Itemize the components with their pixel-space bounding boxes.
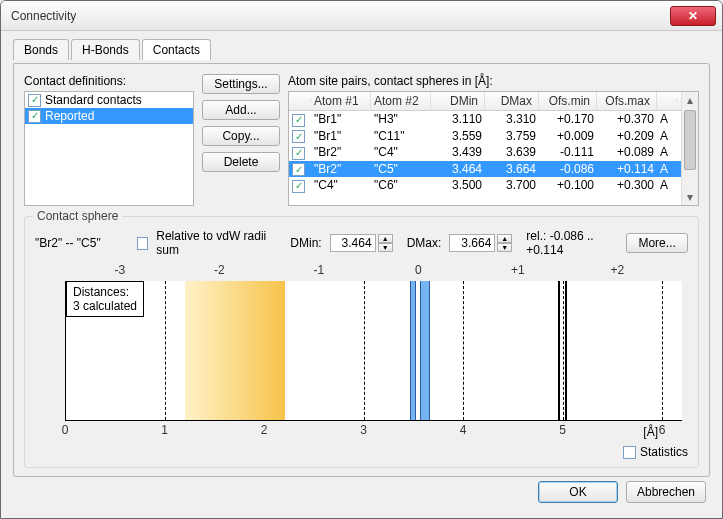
definition-checkbox[interactable]: [28, 94, 41, 107]
cell-flag: A: [657, 177, 677, 193]
tab-hbonds[interactable]: H-Bonds: [71, 39, 140, 60]
cell-dmin: 3.500: [431, 177, 485, 193]
dmin-input[interactable]: [330, 234, 376, 252]
cell-ofsmax: +0.114: [597, 161, 657, 177]
window: Connectivity ✕ Bonds H-Bonds Contacts Co…: [0, 0, 723, 519]
row-checkbox[interactable]: [292, 114, 305, 127]
gridline: [563, 281, 564, 420]
contact-sphere-legend: Contact sphere: [33, 209, 122, 223]
definition-item[interactable]: Standard contacts: [25, 92, 193, 108]
cell-atom2: "C11": [371, 128, 431, 144]
contact-band: [420, 281, 430, 420]
statistics-checkbox[interactable]: [623, 446, 636, 459]
cell-ofsmax: +0.089: [597, 144, 657, 160]
pairs-scrollbar[interactable]: ▴ ▾: [681, 92, 698, 205]
copy-button[interactable]: Copy...: [202, 126, 280, 146]
ok-button[interactable]: OK: [538, 481, 618, 503]
delete-button[interactable]: Delete: [202, 152, 280, 172]
window-title: Connectivity: [11, 9, 670, 23]
col-dmax[interactable]: DMax: [485, 92, 539, 110]
dmin-spinner[interactable]: ▲▼: [378, 234, 393, 252]
definition-item[interactable]: Reported: [25, 108, 193, 124]
relative-label: Relative to vdW radii sum: [156, 229, 272, 257]
gridline: [662, 281, 663, 420]
pairs-grid[interactable]: Atom #1 Atom #2 DMin DMax Ofs.min Ofs.ma…: [289, 92, 681, 205]
top-tick: +2: [610, 263, 624, 277]
close-button[interactable]: ✕: [670, 6, 716, 26]
titlebar: Connectivity ✕: [1, 1, 722, 31]
tab-contacts[interactable]: Contacts: [142, 39, 211, 60]
chevron-down-icon[interactable]: ▼: [497, 243, 512, 252]
distance-chart: -3-2-10+1+2 Distances: 3 calculated 0123…: [35, 263, 688, 443]
col-atom2[interactable]: Atom #2: [371, 92, 431, 110]
tab-bonds[interactable]: Bonds: [13, 39, 69, 60]
cell-atom2: "C4": [371, 144, 431, 160]
col-atom1[interactable]: Atom #1: [311, 92, 371, 110]
cell-dmin: 3.439: [431, 144, 485, 160]
cell-dmin: 3.559: [431, 128, 485, 144]
contact-sphere-controls: "Br2" -- "C5" Relative to vdW radii sum …: [35, 229, 688, 257]
table-row[interactable]: "C4""C6"3.5003.700+0.100+0.300A: [289, 177, 681, 194]
distances-info-box: Distances: 3 calculated: [66, 281, 144, 317]
bottom-tick: 1: [161, 423, 168, 437]
definitions-label: Contact definitions:: [24, 74, 194, 88]
col-flag[interactable]: [657, 99, 677, 103]
bottom-tick: 0: [62, 423, 69, 437]
col-ofsmax[interactable]: Ofs.max: [597, 92, 657, 110]
axis-unit-label: [Å]: [643, 425, 658, 439]
col-ofsmin[interactable]: Ofs.min: [539, 92, 597, 110]
dmax-field: ▲▼: [449, 234, 512, 252]
gridline: [364, 281, 365, 420]
relative-checkbox[interactable]: [137, 237, 148, 250]
dmax-spinner[interactable]: ▲▼: [497, 234, 512, 252]
cell-atom1: "C4": [311, 177, 371, 193]
bottom-tick: 4: [460, 423, 467, 437]
chevron-up-icon[interactable]: ▲: [378, 234, 393, 243]
vdw-band: [185, 281, 284, 420]
table-row[interactable]: "Br2""C4"3.4393.639-0.111+0.089A: [289, 144, 681, 161]
cell-ofsmax: +0.300: [597, 177, 657, 193]
table-row[interactable]: "Br2""C5"3.4643.664-0.086+0.114A: [289, 161, 681, 178]
table-row[interactable]: "Br1""C11"3.5593.759+0.009+0.209A: [289, 128, 681, 145]
top-tick: 0: [415, 263, 422, 277]
row-checkbox[interactable]: [292, 180, 305, 193]
dmax-input[interactable]: [449, 234, 495, 252]
cell-dmax: 3.664: [485, 161, 539, 177]
row-checkbox[interactable]: [292, 130, 305, 143]
add-button[interactable]: Add...: [202, 100, 280, 120]
chevron-up-icon[interactable]: ▲: [497, 234, 512, 243]
statistics-row: Statistics: [35, 445, 688, 459]
row-checkbox[interactable]: [292, 163, 305, 176]
dmin-field: ▲▼: [330, 234, 393, 252]
scroll-thumb[interactable]: [684, 110, 696, 170]
dmax-label: DMax:: [407, 236, 442, 250]
close-icon: ✕: [688, 9, 698, 23]
cell-ofsmin: +0.170: [539, 111, 597, 127]
cell-dmax: 3.700: [485, 177, 539, 193]
cell-atom1: "Br1": [311, 111, 371, 127]
top-axis: -3-2-10+1+2: [65, 263, 682, 281]
row-checkbox[interactable]: [292, 147, 305, 160]
contact-band: [410, 281, 416, 420]
table-row[interactable]: "Br1""H3"3.1103.310+0.170+0.370A: [289, 111, 681, 128]
selected-pair-label: "Br2" -- "C5": [35, 236, 129, 250]
cell-ofsmin: +0.009: [539, 128, 597, 144]
definition-checkbox[interactable]: [28, 110, 41, 123]
chevron-down-icon[interactable]: ▼: [378, 243, 393, 252]
settings-button[interactable]: Settings...: [202, 74, 280, 94]
scroll-down-icon[interactable]: ▾: [682, 189, 698, 205]
scroll-up-icon[interactable]: ▴: [682, 92, 698, 108]
pairs-column: Atom site pairs, contact spheres in [Å]:…: [288, 74, 699, 206]
cell-atom1: "Br2": [311, 161, 371, 177]
cancel-button[interactable]: Abbrechen: [626, 481, 706, 503]
cell-ofsmax: +0.370: [597, 111, 657, 127]
col-check[interactable]: [289, 99, 311, 103]
more-button[interactable]: More...: [626, 233, 688, 253]
col-dmin[interactable]: DMin: [431, 92, 485, 110]
definitions-list[interactable]: Standard contactsReported: [24, 91, 194, 206]
upper-section: Contact definitions: Standard contactsRe…: [24, 74, 699, 206]
cell-flag: A: [657, 128, 677, 144]
cell-dmin: 3.110: [431, 111, 485, 127]
cell-flag: A: [657, 144, 677, 160]
distance-line: [565, 281, 567, 420]
